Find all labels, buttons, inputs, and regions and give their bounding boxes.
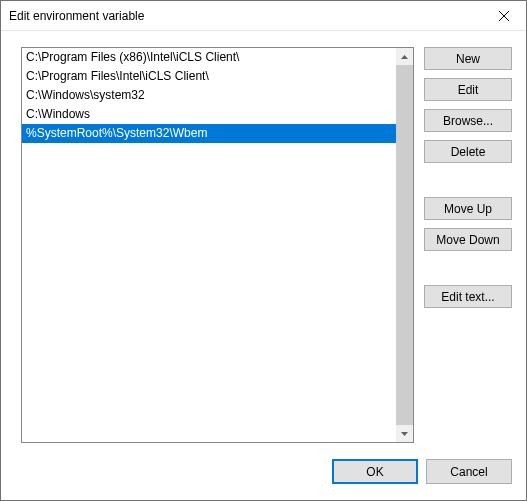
- list-item[interactable]: %SystemRoot%\System32\Wbem: [22, 124, 396, 143]
- svg-marker-2: [401, 55, 408, 59]
- titlebar-buttons: [481, 1, 526, 30]
- button-spacer-2: [424, 259, 512, 285]
- content-area: C:\Program Files (x86)\Intel\iCLS Client…: [1, 31, 526, 451]
- move-up-button[interactable]: Move Up: [424, 197, 512, 220]
- titlebar: Edit environment variable: [1, 1, 526, 31]
- ok-button[interactable]: OK: [332, 459, 418, 484]
- scroll-up-arrow[interactable]: [396, 48, 413, 65]
- path-listbox[interactable]: C:\Program Files (x86)\Intel\iCLS Client…: [21, 47, 414, 443]
- scroll-down-arrow[interactable]: [396, 425, 413, 442]
- delete-button[interactable]: Delete: [424, 140, 512, 163]
- browse-button[interactable]: Browse...: [424, 109, 512, 132]
- list-item[interactable]: C:\Program Files\Intel\iCLS Client\: [22, 67, 396, 86]
- svg-marker-3: [401, 432, 408, 436]
- window-title: Edit environment variable: [9, 9, 144, 23]
- scroll-thumb[interactable]: [396, 65, 413, 425]
- list-item[interactable]: C:\Windows: [22, 105, 396, 124]
- vertical-scrollbar[interactable]: [396, 48, 413, 442]
- new-button[interactable]: New: [424, 47, 512, 70]
- edit-text-button[interactable]: Edit text...: [424, 285, 512, 308]
- move-down-button[interactable]: Move Down: [424, 228, 512, 251]
- chevron-down-icon: [401, 432, 408, 436]
- chevron-up-icon: [401, 55, 408, 59]
- dialog-window: Edit environment variable C:\Program Fil…: [0, 0, 527, 501]
- scroll-track[interactable]: [396, 65, 413, 425]
- cancel-button[interactable]: Cancel: [426, 459, 512, 484]
- dialog-footer: OK Cancel: [1, 451, 526, 500]
- list-item[interactable]: C:\Program Files (x86)\Intel\iCLS Client…: [22, 48, 396, 67]
- button-spacer-1: [424, 171, 512, 197]
- close-button[interactable]: [481, 1, 526, 30]
- list-items-container: C:\Program Files (x86)\Intel\iCLS Client…: [22, 48, 396, 442]
- edit-button[interactable]: Edit: [424, 78, 512, 101]
- close-icon: [499, 11, 509, 21]
- side-button-column: New Edit Browse... Delete Move Up Move D…: [424, 47, 512, 443]
- list-item[interactable]: C:\Windows\system32: [22, 86, 396, 105]
